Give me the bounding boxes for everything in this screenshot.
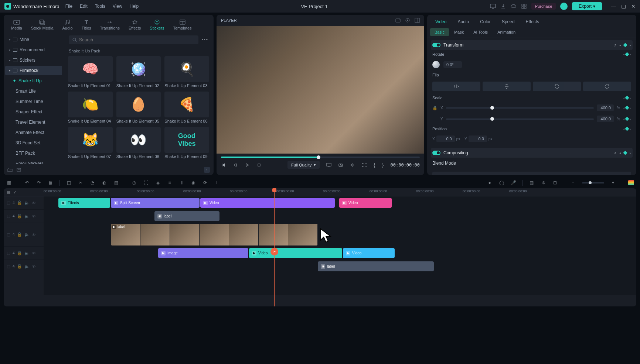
shield-icon[interactable]: ◯: [498, 180, 504, 186]
rotate-right-button[interactable]: [583, 82, 631, 91]
track-content[interactable]: ▶Image ▶Video ▶Video: [44, 247, 636, 260]
sticker-item[interactable]: 🪩Shake It Up Element 02: [116, 56, 161, 88]
player-viewport[interactable]: [217, 26, 424, 154]
clip-video[interactable]: ▶Video: [343, 248, 395, 258]
clip-video[interactable]: ▶Video: [249, 248, 342, 258]
close-button[interactable]: ✕: [631, 3, 636, 9]
download-icon[interactable]: [500, 3, 506, 9]
layout-icon[interactable]: [415, 18, 420, 23]
keyframe-icon[interactable]: [625, 127, 629, 131]
freeze-button[interactable]: ▤: [113, 180, 119, 186]
scale-y-value[interactable]: 400.0: [597, 116, 614, 122]
tab-stickers[interactable]: Stickers: [146, 17, 168, 32]
subtab-mask[interactable]: Mask: [450, 28, 468, 36]
subtab-animation[interactable]: Animation: [493, 28, 520, 36]
sidebar-item-travel-element[interactable]: Travel Element: [5, 117, 62, 127]
sticker-item[interactable]: 🥚Shake It Up Element 05: [116, 92, 161, 123]
inspector-tab-audio[interactable]: Audio: [452, 17, 474, 27]
kf-next-icon[interactable]: ▸: [630, 44, 631, 47]
clip-video-main[interactable]: label: [111, 224, 318, 245]
sidebar-item-stickers[interactable]: ▸Stickers: [5, 55, 62, 65]
camera-icon[interactable]: [338, 162, 343, 168]
record-icon[interactable]: ●: [487, 180, 493, 186]
visibility-icon[interactable]: 👁: [32, 233, 36, 237]
preview-quality-icon[interactable]: [405, 18, 410, 23]
scale-x-slider[interactable]: [446, 107, 594, 109]
sidebar-item-food-set[interactable]: 3D Food Set: [5, 138, 62, 148]
sidebar-item-shake-it-up[interactable]: ✦Shake It Up: [5, 76, 62, 86]
snapshot-icon[interactable]: [395, 18, 401, 23]
marker-tool-icon[interactable]: ◉: [190, 180, 196, 186]
link-icon[interactable]: ⊡: [552, 180, 558, 186]
tab-stock-media[interactable]: Stock Media: [27, 17, 57, 32]
tab-effects[interactable]: Effects: [125, 17, 144, 32]
kf-prev-icon[interactable]: ◂: [623, 53, 624, 56]
keyframe-icon[interactable]: [625, 96, 629, 100]
prev-frame-button[interactable]: [221, 162, 226, 168]
player-scrubber[interactable]: [221, 157, 420, 158]
delete-button[interactable]: 🗑: [48, 180, 54, 186]
rotate-value[interactable]: 0.0°: [443, 61, 462, 68]
keyframe-icon[interactable]: [625, 117, 629, 121]
color-button[interactable]: ◐: [101, 180, 107, 186]
auto-sync-icon[interactable]: ⟳: [202, 180, 208, 186]
slider-thumb[interactable]: [490, 117, 494, 121]
frame-icon[interactable]: ⛶: [143, 180, 149, 186]
expand-tracks-icon[interactable]: ⤢: [13, 190, 17, 195]
sticker-item[interactable]: 🍋Shake It Up Element 04: [68, 92, 113, 123]
visibility-icon[interactable]: 👁: [32, 214, 36, 219]
pos-y-value[interactable]: 0.0: [469, 135, 487, 142]
lock-icon[interactable]: 🔒: [432, 106, 438, 110]
lock-icon[interactable]: 🔓: [17, 264, 22, 269]
purchase-button[interactable]: Purchase: [531, 3, 556, 10]
timecode-display[interactable]: 00:00:00:00: [391, 162, 420, 168]
sidebar-item-filmstock[interactable]: ▾Filmstock: [5, 66, 62, 75]
subtab-basic[interactable]: Basic: [430, 28, 449, 36]
pos-x-value[interactable]: 0.0: [436, 135, 455, 142]
scale-y-slider[interactable]: [446, 119, 594, 120]
stop-button[interactable]: [256, 162, 262, 168]
mute-icon[interactable]: 🔈: [24, 251, 30, 255]
kf-next-icon[interactable]: ▸: [630, 127, 631, 131]
kf-next-icon[interactable]: ▸: [630, 117, 631, 121]
crop-button[interactable]: ◫: [66, 180, 72, 186]
compositing-toggle[interactable]: [432, 151, 440, 155]
export-button[interactable]: Export ▾: [572, 2, 602, 10]
menu-tools[interactable]: Tools: [95, 4, 105, 9]
keyframe-icon[interactable]: [623, 151, 627, 155]
clip-label[interactable]: ◉label: [318, 261, 434, 271]
mute-icon[interactable]: 🔈: [24, 214, 30, 219]
mark-in-button[interactable]: {: [374, 162, 375, 168]
grid-icon[interactable]: [521, 3, 527, 9]
kf-next-icon[interactable]: ▸: [630, 151, 631, 155]
sidebar-item-bff-pack[interactable]: BFF Pack: [5, 148, 62, 158]
track-type-icon[interactable]: ▢: [7, 251, 10, 255]
clip-video[interactable]: ▶Video: [339, 198, 392, 208]
scale-x-value[interactable]: 400.0: [597, 104, 614, 111]
collapse-sidebar-button[interactable]: ‹: [204, 167, 210, 173]
track-content[interactable]: [44, 273, 636, 295]
zoom-slider[interactable]: [582, 182, 604, 183]
undo-button[interactable]: ↶: [24, 180, 30, 186]
keyframe-tool-icon[interactable]: ◈: [155, 180, 161, 186]
rotate-left-button[interactable]: [533, 82, 581, 91]
transform-toggle[interactable]: [432, 43, 440, 47]
minimize-button[interactable]: —: [611, 3, 616, 9]
lock-icon[interactable]: 🔓: [17, 232, 22, 237]
sticker-item[interactable]: 🍕Shake It Up Element 06: [164, 92, 209, 123]
kf-prev-icon[interactable]: ◂: [623, 96, 624, 100]
track-options-icon[interactable]: ▦: [7, 190, 10, 195]
step-back-button[interactable]: [233, 162, 238, 168]
slider-thumb[interactable]: [490, 106, 494, 110]
layout-icon[interactable]: ▦: [6, 180, 12, 186]
track-content[interactable]: ◉label: [44, 210, 636, 223]
tab-transitions[interactable]: Transitions: [96, 17, 123, 32]
mute-icon[interactable]: 🔈: [24, 264, 30, 269]
flip-horizontal-button[interactable]: [432, 82, 480, 91]
visibility-icon[interactable]: 👁: [32, 264, 36, 269]
mute-icon[interactable]: 🔈: [24, 200, 30, 205]
menu-edit[interactable]: Edit: [80, 4, 88, 9]
kf-next-icon[interactable]: ▸: [630, 106, 631, 110]
clip-label[interactable]: ◉label: [154, 211, 219, 221]
snap-icon[interactable]: ✼: [540, 180, 546, 186]
